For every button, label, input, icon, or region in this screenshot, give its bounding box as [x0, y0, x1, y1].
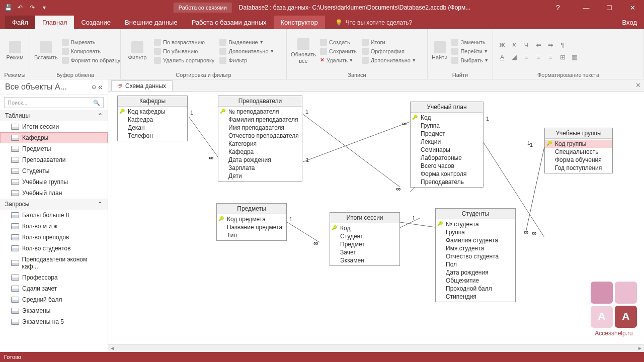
table-field[interactable]: Код кафедры: [118, 108, 187, 116]
delete-record-button[interactable]: ✕Удалить▾: [319, 56, 358, 64]
italic-button[interactable]: К: [509, 40, 519, 50]
clear-sort-button[interactable]: Удалить сортировку: [153, 56, 215, 64]
table-field[interactable]: Дети: [218, 172, 302, 180]
bullets-button[interactable]: ≣: [570, 40, 580, 50]
nav-query-item[interactable]: Баллы больше 8: [0, 210, 108, 221]
table-uchebnyy-plan[interactable]: Учебный планКодГруппаПредметЛекцииСемина…: [410, 102, 484, 188]
table-field[interactable]: Всего часов: [411, 162, 483, 170]
nav-table-item[interactable]: Учебный план: [0, 188, 108, 199]
nav-collapse-icon[interactable]: «: [98, 82, 103, 92]
replace-button[interactable]: Заменить: [450, 38, 489, 46]
table-field[interactable]: Зачет: [330, 248, 399, 256]
table-field[interactable]: Проходной балл: [436, 285, 515, 293]
align-right-button[interactable]: ≡: [545, 52, 555, 62]
table-field[interactable]: Имя преподавателя: [218, 124, 302, 132]
underline-button[interactable]: Ч: [521, 40, 531, 50]
nav-query-item[interactable]: Экзамены: [0, 305, 108, 316]
format-painter-button[interactable]: Формат по образцу: [61, 56, 122, 64]
table-field[interactable]: Студент: [330, 232, 399, 240]
goto-button[interactable]: Перейти▾: [450, 47, 489, 55]
table-itogi-sessii[interactable]: Итоги сессииКодСтудентПредметЗачетЭкзаме…: [330, 212, 400, 266]
table-field[interactable]: Группа: [411, 122, 483, 130]
table-field[interactable]: Общежитие: [436, 277, 515, 285]
nav-table-item[interactable]: Студенты: [0, 165, 108, 176]
advanced-filter-button[interactable]: Дополнительно▾: [218, 47, 274, 55]
tab-create[interactable]: Создание: [74, 16, 118, 29]
indent-increase-button[interactable]: ➡: [545, 40, 555, 50]
undo-icon[interactable]: ↶: [16, 4, 24, 12]
tab-external-data[interactable]: Внешние данные: [118, 16, 185, 29]
nav-group-queries[interactable]: Запросы⌃: [0, 199, 108, 210]
gridlines-button[interactable]: ⊞: [557, 52, 568, 62]
find-button[interactable]: Найти: [432, 31, 447, 71]
close-doc-icon[interactable]: ✕: [635, 81, 641, 89]
table-field[interactable]: Предмет: [330, 240, 399, 248]
table-field[interactable]: Отчество преподавателя: [218, 132, 302, 140]
table-prepodavateli[interactable]: Преподаватели№ преподавателяФамилия преп…: [218, 96, 302, 182]
table-field[interactable]: Код предмета: [217, 215, 286, 223]
font-color-button[interactable]: A: [497, 52, 507, 62]
align-center-button[interactable]: ≡: [533, 52, 543, 62]
table-field[interactable]: Телефон: [118, 132, 187, 140]
table-kafedry[interactable]: КафедрыКод кафедрыКафедраДеканТелефон: [117, 96, 188, 141]
table-field[interactable]: Кафедра: [218, 148, 302, 156]
table-field[interactable]: Кафедра: [118, 116, 187, 124]
nav-table-item[interactable]: Кафедры: [0, 132, 108, 143]
sign-in-link[interactable]: Вход: [622, 19, 637, 29]
spelling-button[interactable]: Орфография: [361, 47, 417, 55]
nav-pin-icon[interactable]: ⊙: [92, 84, 96, 90]
minimize-button[interactable]: ―: [575, 0, 598, 15]
doc-tab-relationships[interactable]: ⚞ Схема данных: [111, 80, 173, 91]
help-icon[interactable]: ?: [546, 0, 570, 15]
table-field[interactable]: Форма контроля: [411, 170, 483, 178]
table-field[interactable]: Дата рождения: [218, 156, 302, 164]
table-field[interactable]: Код: [330, 224, 399, 232]
nav-table-item[interactable]: Учебные группы: [0, 176, 108, 188]
selection-button[interactable]: Выделение▾: [218, 38, 274, 46]
table-field[interactable]: Группа: [436, 228, 515, 236]
table-studenty[interactable]: Студенты№ студентаГруппаФамилия студента…: [435, 208, 516, 302]
table-field[interactable]: Стипендия: [436, 293, 515, 301]
nav-table-item[interactable]: Преподаватели: [0, 154, 108, 165]
horizontal-scrollbar[interactable]: ◄ ►: [108, 344, 644, 352]
new-record-button[interactable]: Создать: [319, 38, 358, 46]
nav-header[interactable]: Все объекты A... ⊙ «: [0, 79, 108, 95]
table-field[interactable]: Экзамен: [330, 256, 399, 264]
table-field[interactable]: Декан: [118, 124, 187, 132]
tab-database-tools[interactable]: Работа с базами данных: [185, 16, 274, 29]
cut-button[interactable]: Вырезать: [61, 38, 122, 46]
nav-query-item[interactable]: Кол-во преподов: [0, 232, 108, 243]
align-left-button[interactable]: ≡: [521, 52, 531, 62]
sort-asc-button[interactable]: По возрастанию: [153, 38, 215, 46]
sort-desc-button[interactable]: По убыванию: [153, 47, 215, 55]
select-button[interactable]: Выбрать▾: [450, 56, 489, 64]
nav-query-item[interactable]: Преподаватели эконом каф...: [0, 254, 108, 272]
copy-button[interactable]: Копировать: [61, 47, 122, 55]
table-field[interactable]: Категория: [218, 140, 302, 148]
view-button[interactable]: Режим: [4, 31, 26, 71]
table-field[interactable]: Предмет: [411, 130, 483, 138]
table-field[interactable]: Код: [411, 114, 483, 122]
qat-customize-icon[interactable]: ▾: [40, 4, 48, 12]
table-field[interactable]: Лабораторные: [411, 154, 483, 162]
save-icon[interactable]: 💾: [4, 4, 12, 12]
save-record-button[interactable]: Сохранить: [319, 47, 358, 55]
nav-group-tables[interactable]: Таблицы⌃: [0, 110, 108, 121]
rtl-button[interactable]: ¶: [557, 40, 568, 50]
relationships-canvas[interactable]: 1 ∞ 1 ∞ 1 ∞ 1 ∞ 1 ∞ 1 1 ∞ 1 КафедрыКод к…: [108, 92, 644, 344]
table-field[interactable]: № преподавателя: [218, 108, 302, 116]
table-field[interactable]: Семинары: [411, 146, 483, 154]
table-field[interactable]: Зарплата: [218, 164, 302, 172]
table-predmety[interactable]: ПредметыКод предметаНазвание предметаТип: [216, 203, 287, 241]
table-field[interactable]: Дата рождения: [436, 268, 515, 277]
scroll-right-icon[interactable]: ►: [636, 345, 644, 351]
table-field[interactable]: Код группы: [545, 140, 612, 148]
table-field[interactable]: Имя студента: [436, 244, 515, 252]
table-field[interactable]: Фамилия преподавателя: [218, 116, 302, 124]
toggle-filter-button[interactable]: Фильтр: [218, 56, 274, 64]
fill-color-button[interactable]: ◢: [509, 52, 519, 62]
table-field[interactable]: Лекции: [411, 138, 483, 146]
table-field[interactable]: № студента: [436, 220, 515, 228]
table-field[interactable]: Специальность: [545, 148, 612, 156]
nav-query-item[interactable]: Экзамены на 5: [0, 316, 108, 327]
